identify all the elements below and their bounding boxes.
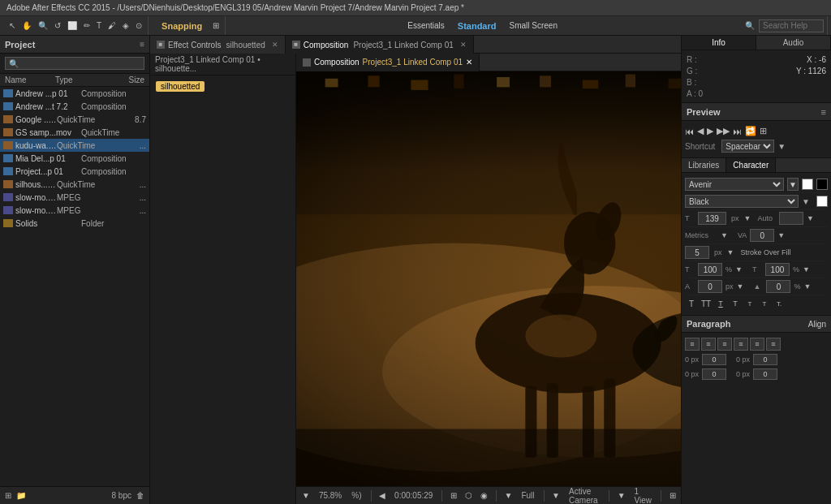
viewer-camera-btn[interactable]: ▼ bbox=[549, 490, 562, 501]
stroke-size-input[interactable] bbox=[685, 246, 709, 259]
list-item[interactable]: Mia Del...p 01 Composition bbox=[0, 152, 149, 165]
viewer-color-btn[interactable]: ◉ bbox=[478, 490, 490, 501]
tool-hand[interactable]: ✋ bbox=[19, 20, 34, 31]
align-justify-all-btn[interactable]: ≡ bbox=[750, 338, 764, 351]
style-arrow-btn[interactable]: ▼ bbox=[802, 197, 810, 206]
preview-next-btn[interactable]: ▶▶ bbox=[717, 126, 730, 136]
tool-arrow[interactable]: ↖ bbox=[6, 20, 18, 31]
snapping-toggle[interactable]: ⊞ bbox=[210, 20, 222, 31]
stroke-arrow[interactable]: ▼ bbox=[727, 248, 734, 256]
list-item[interactable]: Google ....mov QuickTime 8.7 bbox=[0, 113, 149, 126]
list-item[interactable]: silhous...mp4 QuickTime ... bbox=[0, 178, 149, 191]
kern-input[interactable] bbox=[750, 229, 774, 242]
list-item[interactable]: slow-mo...p4 MPEG ... bbox=[0, 191, 149, 204]
tool-paint[interactable]: 🖌 bbox=[105, 20, 118, 31]
font-style-btn[interactable]: ▼ bbox=[787, 178, 799, 191]
preview-last-btn[interactable]: ⏭ bbox=[733, 127, 742, 136]
tool-shape[interactable]: ⬜ bbox=[65, 20, 80, 31]
list-item[interactable]: Andrew ...p 01 Composition bbox=[0, 87, 149, 100]
tab-libraries[interactable]: Libraries bbox=[682, 158, 726, 172]
search-icon[interactable]: 🔍 bbox=[743, 20, 757, 31]
align-right-btn[interactable]: ≡ bbox=[717, 338, 732, 351]
style-T-btn[interactable]: T bbox=[685, 297, 698, 310]
style-T-sub-btn[interactable]: T bbox=[758, 297, 771, 310]
tab-effect-controls[interactable]: ■ Effect Controls silhouetted ✕ bbox=[150, 36, 286, 54]
preview-loop-btn[interactable]: 🔁 bbox=[745, 126, 756, 136]
space-after-input[interactable] bbox=[753, 368, 777, 380]
standard-label[interactable]: Standard bbox=[458, 21, 497, 31]
scale-v-input[interactable] bbox=[765, 263, 790, 276]
tool-clone[interactable]: ◈ bbox=[120, 20, 131, 31]
scale-h-arrow[interactable]: ▼ bbox=[735, 265, 743, 274]
font-size-input[interactable] bbox=[698, 212, 726, 225]
align-justify-right-btn[interactable]: ≡ bbox=[766, 338, 781, 351]
list-item[interactable]: slow-mo...p4 MPEG ... bbox=[0, 204, 149, 217]
stroke-color-swatch[interactable] bbox=[816, 179, 828, 190]
tab-audio[interactable]: Audio bbox=[756, 36, 831, 50]
style-frac-btn[interactable]: T. bbox=[773, 297, 786, 310]
effect-controls-tab-close[interactable]: ✕ bbox=[272, 41, 278, 49]
tab-composition[interactable]: ■ Composition Project3_1 Linked Comp 01 … bbox=[286, 36, 474, 54]
preview-prev-btn[interactable]: ◀ bbox=[697, 126, 704, 136]
size-arrow[interactable]: ▼ bbox=[744, 214, 751, 222]
viewer-mask-btn[interactable]: ⬡ bbox=[463, 490, 475, 501]
baseline-input[interactable] bbox=[698, 280, 722, 293]
shortcut-select[interactable]: Spacebar bbox=[721, 140, 774, 153]
tool-text[interactable]: T bbox=[94, 20, 104, 31]
indent-left-input[interactable] bbox=[702, 354, 726, 365]
list-item[interactable]: GS samp...mov QuickTime bbox=[0, 126, 149, 139]
baseline-arrow[interactable]: ▼ bbox=[737, 282, 744, 291]
align-justify-btn[interactable]: ≡ bbox=[734, 338, 748, 351]
delete-item-btn[interactable]: 🗑 bbox=[136, 491, 144, 500]
style-T-caps-btn[interactable]: T bbox=[714, 297, 727, 310]
essentials-label[interactable]: Essentials bbox=[404, 21, 448, 30]
small-screen-label[interactable]: Small Screen bbox=[506, 21, 561, 30]
style-select[interactable]: Black bbox=[685, 195, 799, 208]
viewer-tab-close[interactable]: ✕ bbox=[466, 58, 472, 67]
align-center-btn[interactable]: ≡ bbox=[701, 338, 716, 351]
list-item[interactable]: Andrew ...t 7.2 Composition bbox=[0, 100, 149, 113]
list-item[interactable]: Solids Folder bbox=[0, 217, 149, 230]
list-item[interactable]: kudu-wa...p4 QuickTime ... bbox=[0, 139, 149, 152]
tab-info[interactable]: Info bbox=[682, 36, 756, 50]
viewer-zoom-btn[interactable]: ▼ bbox=[299, 490, 312, 501]
viewer-snap-btn[interactable]: ⊞ bbox=[448, 490, 459, 501]
tsumi-input[interactable] bbox=[766, 280, 790, 293]
space-before-input[interactable] bbox=[702, 368, 726, 380]
preview-play-btn[interactable]: ▶ bbox=[707, 126, 713, 136]
tool-rotate[interactable]: ↺ bbox=[52, 20, 63, 31]
search-input[interactable] bbox=[759, 19, 824, 32]
viewer-timecode-btn[interactable]: ◀ bbox=[377, 490, 388, 501]
composition-tab-close[interactable]: ✕ bbox=[460, 41, 467, 49]
tool-pen[interactable]: ✏ bbox=[81, 20, 93, 31]
tsumi-arrow[interactable]: ▼ bbox=[803, 282, 811, 291]
list-item[interactable]: Project...p 01 Composition bbox=[0, 165, 149, 178]
tool-zoom[interactable]: 🔍 bbox=[36, 20, 50, 31]
align-left-btn[interactable]: ≡ bbox=[685, 338, 700, 351]
project-search-input[interactable] bbox=[5, 57, 144, 70]
new-comp-btn[interactable]: ⊞ bbox=[5, 491, 11, 500]
scale-h-input[interactable] bbox=[698, 263, 722, 276]
shortcut-edit-btn[interactable]: ▼ bbox=[777, 142, 786, 151]
scale-v-arrow[interactable]: ▼ bbox=[803, 265, 810, 274]
indent-right-input[interactable] bbox=[753, 354, 777, 365]
bg-color-swatch[interactable] bbox=[816, 196, 828, 207]
leading-arrow[interactable]: ▼ bbox=[807, 214, 814, 222]
tool-puppet[interactable]: ⊙ bbox=[133, 20, 144, 31]
preview-menu[interactable]: ≡ bbox=[821, 107, 826, 117]
new-folder-btn[interactable]: 📁 bbox=[16, 491, 26, 500]
kern-arrow[interactable]: ▼ bbox=[777, 231, 785, 239]
ec-active-tab[interactable]: silhouetted bbox=[156, 81, 205, 92]
preview-options-btn[interactable]: ⊞ bbox=[760, 126, 767, 136]
text-color-swatch[interactable] bbox=[802, 179, 813, 190]
leading-input[interactable] bbox=[779, 212, 803, 225]
style-TT-btn[interactable]: TT bbox=[700, 297, 713, 310]
tab-viewer-comp[interactable]: Composition Project3_1 Linked Comp 01 ✕ bbox=[296, 54, 480, 71]
project-panel-menu[interactable]: ≡ bbox=[140, 40, 144, 49]
style-T-small-btn[interactable]: T bbox=[729, 297, 742, 310]
style-T-super-btn[interactable]: T bbox=[743, 297, 756, 310]
viewer-options-btn[interactable]: ⊞ bbox=[667, 490, 678, 501]
tab-character[interactable]: Character bbox=[726, 158, 776, 172]
metrics-arrow[interactable]: ▼ bbox=[721, 231, 728, 239]
viewer-quality-btn[interactable]: ▼ bbox=[502, 490, 515, 501]
